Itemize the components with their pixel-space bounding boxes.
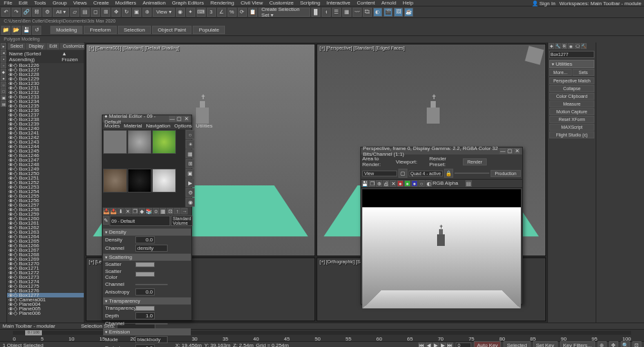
util-collapse[interactable]: Collapse <box>549 85 594 92</box>
close-icon[interactable]: ✕ <box>183 116 190 122</box>
area-dropdown[interactable]: View <box>362 171 397 176</box>
menu-tools[interactable]: Tools <box>34 0 46 6</box>
video-check-icon[interactable]: ▣ <box>186 169 195 178</box>
put-to-scene-icon[interactable]: 📤 <box>110 208 117 214</box>
ribbon-tab-selection[interactable]: Selection <box>118 26 151 34</box>
channel-field[interactable] <box>135 284 168 285</box>
viewport-dropdown[interactable]: Quad 4 - active <box>409 171 444 176</box>
object-name-field[interactable] <box>549 51 594 58</box>
time-handle[interactable]: 0 / 100 <box>25 330 42 335</box>
select-button[interactable]: ▱ <box>70 8 79 17</box>
window-crossing-button[interactable]: ⊞ <box>101 8 110 17</box>
mat-menu-options[interactable]: Options <box>174 123 192 129</box>
background-icon[interactable]: ▦ <box>186 149 195 158</box>
mat-menu-material[interactable]: Material <box>124 123 142 129</box>
material-slot[interactable] <box>103 169 127 192</box>
material-name-field[interactable] <box>110 216 170 226</box>
setkey-button[interactable]: Set Key <box>533 341 558 348</box>
sample-type-icon[interactable]: ○ <box>186 130 195 139</box>
transparency-swatch[interactable] <box>135 306 155 311</box>
options-icon[interactable]: ⚙ <box>186 188 195 197</box>
ribbon-icon[interactable]: 📁 <box>1 26 10 35</box>
sets-button[interactable]: Sets <box>572 69 595 76</box>
dock-icon[interactable]: ○ <box>1 82 6 88</box>
link-button[interactable]: 🔗 <box>22 8 31 17</box>
menu-modifiers[interactable]: Modifiers <box>115 0 136 6</box>
motion-tab-icon[interactable]: ◉ <box>568 43 574 49</box>
ribbon-tab-freeform[interactable]: Freeform <box>84 26 116 34</box>
goto-start-icon[interactable]: ⏮ <box>418 342 425 348</box>
nav-icon[interactable]: ✥ <box>609 341 618 348</box>
move-button[interactable]: ✥ <box>112 8 121 17</box>
toggle-ui-icon[interactable]: ▤ <box>465 180 472 187</box>
red-channel-icon[interactable]: ● <box>397 180 404 187</box>
shader-type-dropdown[interactable]: Standard Volume <box>171 216 193 226</box>
menu-graph[interactable]: Graph Editors <box>172 0 204 6</box>
util-reset-xform[interactable]: Reset XForm <box>549 116 594 123</box>
backlight-icon[interactable]: ☀ <box>186 140 195 149</box>
hierarchy-tab-icon[interactable]: ⛓ <box>561 43 567 49</box>
viewcube-icon[interactable] <box>525 46 543 64</box>
ribbon-icon2[interactable]: 📂 <box>12 26 21 35</box>
more-button[interactable]: More... <box>549 69 572 76</box>
emission-rollout[interactable]: ▾ Emission <box>103 328 191 335</box>
scattering-rollout[interactable]: ▾ Scattering <box>103 254 191 261</box>
dock-icon[interactable]: ◂ <box>1 50 6 55</box>
show-end-icon[interactable]: ⊡ <box>167 208 173 214</box>
selection-filter[interactable]: All ▾ <box>53 8 69 17</box>
pivot-button[interactable]: ◉ <box>176 8 185 17</box>
alpha-channel-icon[interactable]: ○ <box>418 180 425 187</box>
viewport-label[interactable]: [+] [Camera001] [Standard] [Default Shad… <box>89 46 179 50</box>
util-perspective-match[interactable]: Perspective Match <box>549 77 594 84</box>
clone-icon[interactable]: ⊕ <box>376 180 382 187</box>
util-maxscript[interactable]: MAXScript <box>549 124 594 131</box>
render-output-image[interactable] <box>362 189 521 308</box>
dock-icon[interactable]: ◆ <box>1 69 6 75</box>
material-editor-button[interactable]: ◐ <box>373 8 382 17</box>
dock-icon[interactable]: ▣ <box>1 95 6 100</box>
utilities-tab-icon[interactable]: 🔨 <box>581 43 587 49</box>
ribbon-tab-populate[interactable]: Populate <box>193 26 225 34</box>
mono-icon[interactable]: ◐ <box>425 180 432 187</box>
utilities-header[interactable]: ▾ Utilities <box>549 60 594 68</box>
go-sibling-icon[interactable]: → <box>181 208 188 214</box>
workspace-label[interactable]: Workspaces: Main Toolbar - module <box>560 1 641 6</box>
scene-object-list[interactable]: 👁 ◇ Box1226👁 ◇ Box1227👁 ◇ Box1228👁 ◇ Box… <box>7 63 84 323</box>
snap-toggle[interactable]: 3 <box>207 8 216 17</box>
util-motion-capture[interactable]: Motion Capture <box>549 108 594 115</box>
mat-menu-nav[interactable]: Navigation <box>146 123 170 129</box>
menu-customize[interactable]: Customize <box>269 0 294 6</box>
coord-z[interactable]: Z: 2.54m <box>233 342 253 347</box>
dock-icon[interactable]: ▤ <box>1 101 6 107</box>
dock-icon[interactable]: ● <box>1 75 6 81</box>
menu-help[interactable]: Help <box>403 0 413 6</box>
rotate-button[interactable]: ↻ <box>122 8 131 17</box>
time-slider[interactable]: 0 / 100 <box>0 329 644 336</box>
current-frame-field[interactable] <box>456 342 471 347</box>
material-slot[interactable] <box>103 130 127 154</box>
toggle-ribbon[interactable]: ▦ <box>342 8 351 17</box>
scale-button[interactable]: ▣ <box>132 8 141 17</box>
mat-menu-modes[interactable]: Modes <box>104 123 120 129</box>
menu-animation[interactable]: Animation <box>142 0 166 6</box>
render-button[interactable]: Render <box>463 158 487 165</box>
scene-tab-customize[interactable]: Customize <box>60 43 86 50</box>
viewport-label[interactable]: [+] [Perspective] [Standard] [Edged Face… <box>320 46 405 50</box>
density-rollout[interactable]: ▾ Density <box>103 229 191 236</box>
util-color-clipboard[interactable]: Color Clipboard <box>549 93 594 100</box>
render-setup-button[interactable]: 🎬 <box>384 8 393 17</box>
render-button[interactable]: ☕ <box>404 8 413 17</box>
unlink-button[interactable]: ⛓ <box>32 8 41 17</box>
minimize-icon[interactable]: — <box>500 148 506 154</box>
nav-icon[interactable]: 🔍 <box>621 341 630 348</box>
menu-views[interactable]: Views <box>73 0 87 6</box>
scene-tab-select[interactable]: Select <box>8 43 25 50</box>
scene-item[interactable]: 👁 ◇ Plane006 <box>7 311 84 315</box>
placement-button[interactable]: ⊕ <box>142 8 151 17</box>
minimize-icon[interactable]: — <box>169 116 175 122</box>
create-selection-set[interactable]: Create Selection Set ▾ <box>259 8 310 17</box>
green-channel-icon[interactable]: ● <box>404 180 411 187</box>
material-slot[interactable] <box>152 130 176 154</box>
reset-icon[interactable]: ✕ <box>124 208 131 214</box>
bind-button[interactable]: ⚙ <box>43 8 52 17</box>
